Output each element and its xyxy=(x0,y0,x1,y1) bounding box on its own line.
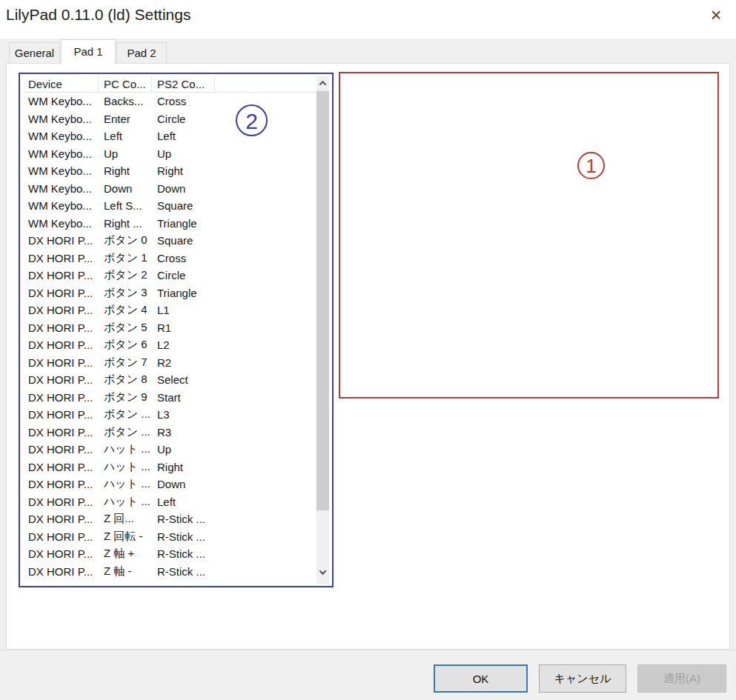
chevron-down-icon xyxy=(319,567,327,575)
table-row[interactable]: WM Keybo... Enter Circle xyxy=(23,110,316,128)
table-row[interactable]: DX HORI P... ボタン 6 L2 xyxy=(23,336,316,354)
cell-ps2-control: Triangle xyxy=(152,217,215,230)
table-row[interactable]: DX HORI P... ボタン 9 Start xyxy=(23,389,316,407)
cell-device: DX HORI P... xyxy=(23,269,99,281)
cell-ps2-control: R-Stick ... xyxy=(152,513,215,525)
tab-general[interactable]: General xyxy=(9,42,60,64)
table-row[interactable]: DX HORI P... Z 軸 - R-Stick ... xyxy=(23,563,316,581)
table-row[interactable]: WM Keybo... Backs... Cross xyxy=(23,93,316,110)
table-row[interactable]: DX HORI P... ボタン 7 R2 xyxy=(23,354,316,372)
cell-pc-control: ハット ... xyxy=(99,495,152,509)
ok-button[interactable]: OK xyxy=(434,664,528,693)
bindings-rows: WM Keybo... Backs... Cross WM Keybo... E… xyxy=(23,93,316,584)
cell-device: WM Keybo... xyxy=(23,199,99,212)
scroll-thumb[interactable] xyxy=(316,91,329,510)
cell-pc-control: Left S... xyxy=(99,199,152,212)
table-row[interactable]: WM Keybo... Up Up xyxy=(23,145,316,163)
cell-ps2-control: Triangle xyxy=(152,287,215,299)
cell-ps2-control: Down xyxy=(152,478,215,490)
cell-pc-control: ボタン 2 xyxy=(99,268,152,282)
cell-pc-control: Enter xyxy=(99,113,152,125)
cell-pc-control: ボタン ... xyxy=(99,425,152,439)
chevron-up-icon xyxy=(319,80,327,87)
cell-device: DX HORI P... xyxy=(23,513,99,525)
tab-pad2[interactable]: Pad 2 xyxy=(116,42,167,64)
cell-ps2-control: Square xyxy=(152,199,215,212)
tab-pad1[interactable]: Pad 1 xyxy=(61,39,116,64)
table-row[interactable]: DX HORI P... ハット ... Up xyxy=(23,441,316,459)
table-row[interactable]: DX HORI P... Z 回... R-Stick ... xyxy=(23,510,316,528)
cell-pc-control: Right xyxy=(99,164,152,177)
window-title: LilyPad 0.11.0 (ld) Settings xyxy=(6,6,190,24)
cell-ps2-control: R-Stick ... xyxy=(152,530,215,543)
cell-pc-control: Z 回転 - xyxy=(99,530,152,544)
table-row[interactable]: DX HORI P... Z 回転 - R-Stick ... xyxy=(23,528,316,546)
scroll-up-button[interactable] xyxy=(316,76,329,90)
cell-ps2-control: R3 xyxy=(152,426,215,439)
cell-device: DX HORI P... xyxy=(23,426,99,439)
cell-pc-control: ボタン 4 xyxy=(99,303,152,317)
table-row[interactable]: DX HORI P... ボタン 2 Circle xyxy=(23,267,316,284)
cell-device: DX HORI P... xyxy=(23,321,99,334)
cell-device: DX HORI P... xyxy=(23,461,99,473)
cell-pc-control: ボタン 5 xyxy=(99,321,152,335)
table-row[interactable]: DX HORI P... ボタン ... L3 xyxy=(23,406,316,424)
column-header-device[interactable]: Device xyxy=(23,76,99,92)
cell-ps2-control: Square xyxy=(152,234,215,247)
cell-pc-control: Up xyxy=(99,147,152,160)
table-row[interactable]: DX HORI P... ハット ... Right xyxy=(23,459,316,476)
cell-device: DX HORI P... xyxy=(23,547,99,560)
table-row[interactable]: DX HORI P... ボタン 8 Select xyxy=(23,371,316,389)
cell-ps2-control: Down xyxy=(152,182,215,195)
bindings-list-header: Device PC Co... PS2 Co... xyxy=(23,76,316,93)
cell-ps2-control: L2 xyxy=(152,339,215,351)
table-row[interactable]: DX HORI P... ボタン 1 Cross xyxy=(23,250,316,267)
cell-device: WM Keybo... xyxy=(23,113,99,125)
cell-device: DX HORI P... xyxy=(23,478,99,490)
table-row[interactable]: WM Keybo... Left Left xyxy=(23,127,316,145)
column-header-pc-control[interactable]: PC Co... xyxy=(99,76,152,92)
table-row[interactable]: WM Keybo... Right Right xyxy=(23,162,316,180)
table-row[interactable]: DX HORI P... ボタン 0 Square xyxy=(23,232,316,250)
cell-ps2-control: L1 xyxy=(152,304,215,316)
column-header-filler xyxy=(215,76,316,92)
table-row[interactable]: DX HORI P... ボタン 4 L1 xyxy=(23,301,316,319)
cell-pc-control: ボタン 9 xyxy=(99,390,152,404)
lilypad-settings-window: LilyPad 0.11.0 (ld) Settings × General P… xyxy=(0,0,736,700)
cell-pc-control: Z 軸 + xyxy=(99,547,152,561)
table-row[interactable]: WM Keybo... Left S... Square xyxy=(23,197,316,215)
scrollbar[interactable] xyxy=(316,76,329,584)
bindings-list[interactable]: Device PC Co... PS2 Co... WM Keybo... Ba… xyxy=(23,76,329,584)
cell-ps2-control: Right xyxy=(152,461,215,473)
cell-device: WM Keybo... xyxy=(23,130,99,142)
cell-device: DX HORI P... xyxy=(23,565,99,578)
annotation-number-1: 1 xyxy=(577,152,605,179)
table-row[interactable]: DX HORI P... ボタン ... R3 xyxy=(23,424,316,441)
cell-pc-control: ボタン 8 xyxy=(99,373,152,387)
table-row[interactable]: WM Keybo... Down Down xyxy=(23,180,316,198)
cell-pc-control: ボタン 1 xyxy=(99,251,152,265)
column-header-ps2-control[interactable]: PS2 Co... xyxy=(152,76,215,92)
cell-device: DX HORI P... xyxy=(23,252,99,264)
table-row[interactable]: DX HORI P... ボタン 5 R1 xyxy=(23,319,316,337)
title-bar: LilyPad 0.11.0 (ld) Settings × xyxy=(0,0,736,39)
table-row[interactable]: DX HORI P... ボタン 3 Triangle xyxy=(23,284,316,302)
scroll-down-button[interactable] xyxy=(316,565,329,579)
table-row[interactable]: DX HORI P... Z 軸 + R-Stick ... xyxy=(23,545,316,563)
cell-ps2-control: Cross xyxy=(152,95,215,107)
cell-device: DX HORI P... xyxy=(23,304,99,316)
close-icon[interactable]: × xyxy=(703,3,729,28)
table-row[interactable]: WM Keybo... Right ... Triangle xyxy=(23,215,316,233)
cell-pc-control: ボタン 7 xyxy=(99,356,152,370)
table-row[interactable]: DX HORI P... ハット ... Left xyxy=(23,493,316,511)
apply-button[interactable]: 適用(A) xyxy=(637,664,726,693)
cell-ps2-control: L3 xyxy=(152,408,215,421)
cell-ps2-control: Up xyxy=(152,443,215,456)
table-row[interactable]: DX HORI P... ハット ... Down xyxy=(23,476,316,493)
cancel-button[interactable]: キャンセル xyxy=(539,664,626,693)
cell-device: DX HORI P... xyxy=(23,443,99,456)
cell-device: DX HORI P... xyxy=(23,496,99,508)
cell-device: DX HORI P... xyxy=(23,530,99,543)
cell-device: DX HORI P... xyxy=(23,373,99,386)
cell-device: DX HORI P... xyxy=(23,391,99,404)
